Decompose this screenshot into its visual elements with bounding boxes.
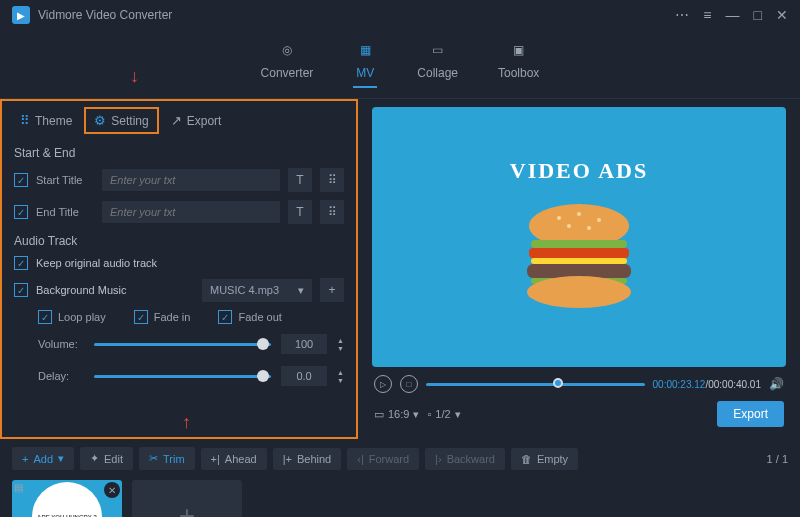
fade-in-checkbox[interactable]: ✓ (134, 310, 148, 324)
export-button[interactable]: Export (717, 401, 784, 427)
edit-button[interactable]: ✦Edit (80, 447, 133, 470)
nav-toolbox[interactable]: ▣ Toolbox (498, 38, 539, 88)
svg-point-2 (577, 212, 581, 216)
tab-setting[interactable]: ⚙ Setting (84, 107, 158, 134)
fade-out-label: Fade out (238, 311, 281, 323)
app-logo: ▶ (12, 6, 30, 24)
start-title-label: Start Title (36, 174, 94, 186)
trim-button[interactable]: ✂Trim (139, 447, 195, 470)
highlight-arrow-up: ↑ (182, 412, 191, 433)
behind-button[interactable]: |+Behind (273, 448, 342, 470)
svg-rect-6 (531, 240, 627, 248)
forward-button[interactable]: ‹|Forward (347, 448, 419, 470)
converter-icon: ◎ (275, 38, 299, 62)
scale-dropdown[interactable]: ▫ 1/2 ▾ (427, 408, 460, 421)
text-options-button-2[interactable]: ⠿ (320, 200, 344, 224)
text-options-button[interactable]: ⠿ (320, 168, 344, 192)
svg-rect-9 (527, 264, 631, 278)
close-icon[interactable]: ✕ (776, 7, 788, 23)
volume-label: Volume: (38, 338, 84, 350)
bg-music-checkbox[interactable]: ✓ (14, 283, 28, 297)
app-title: Vidmore Video Converter (38, 8, 675, 22)
tab-export[interactable]: ↗ Export (163, 107, 230, 134)
tab-theme[interactable]: ⠿ Theme (12, 107, 80, 134)
ahead-icon: +| (211, 453, 220, 465)
volume-slider[interactable] (94, 343, 271, 346)
nav-mv-label: MV (356, 66, 374, 80)
volume-down[interactable]: ▼ (337, 345, 344, 352)
keep-original-checkbox[interactable]: ✓ (14, 256, 28, 270)
nav-toolbox-label: Toolbox (498, 66, 539, 80)
page-count: 1 / 1 (767, 453, 788, 465)
export-icon: ↗ (171, 113, 182, 128)
volume-up[interactable]: ▲ (337, 337, 344, 344)
aspect-dropdown[interactable]: ▭ 16:9 ▾ (374, 408, 419, 421)
gear-icon: ⚙ (94, 113, 106, 128)
scissors-icon: ✂ (149, 452, 158, 465)
stop-button[interactable]: □ (400, 375, 418, 393)
time-display: 00:00:23.12/00:00:40.01 (653, 379, 761, 390)
delay-down[interactable]: ▼ (337, 377, 344, 384)
feedback-icon[interactable]: ⋯ (675, 7, 689, 23)
delay-label: Delay: (38, 370, 84, 382)
nav-converter-label: Converter (261, 66, 314, 80)
menu-icon[interactable]: ≡ (703, 7, 711, 23)
tab-export-label: Export (187, 114, 222, 128)
add-button[interactable]: +Add ▾ (12, 447, 74, 470)
highlight-arrow-down: ↓ (130, 66, 139, 87)
text-style-button[interactable]: T (288, 168, 312, 192)
svg-point-11 (527, 276, 631, 308)
delay-up[interactable]: ▲ (337, 369, 344, 376)
svg-point-1 (557, 216, 561, 220)
behind-icon: |+ (283, 453, 292, 465)
keep-original-label: Keep original audio track (36, 257, 157, 269)
section-start-end: Start & End (2, 140, 356, 164)
play-button[interactable]: ▷ (374, 375, 392, 393)
maximize-icon[interactable]: □ (754, 7, 762, 23)
chevron-down-icon: ▾ (298, 284, 304, 297)
settings-panel: ⠿ Theme ⚙ Setting ↗ Export Start & End ✓… (0, 99, 358, 439)
clip-thumbnail[interactable]: ▤ ARE YOU HUNGRY ? ✕ ▷ 🔇 ✦ ✂ (12, 480, 122, 517)
start-title-input[interactable] (102, 169, 280, 191)
remove-clip-button[interactable]: ✕ (104, 482, 120, 498)
start-title-checkbox[interactable]: ✓ (14, 173, 28, 187)
end-title-input[interactable] (102, 201, 280, 223)
bg-music-dropdown[interactable]: MUSIC 4.mp3 ▾ (202, 279, 312, 302)
mv-icon: ▦ (353, 38, 377, 62)
add-clip-button[interactable]: + (132, 480, 242, 517)
forward-icon: ‹| (357, 453, 364, 465)
svg-point-3 (597, 218, 601, 222)
volume-icon[interactable]: 🔊 (769, 377, 784, 391)
backward-icon: |› (435, 453, 442, 465)
video-preview: VIDEO ADS (372, 107, 786, 367)
nav-collage[interactable]: ▭ Collage (417, 38, 458, 88)
tab-theme-label: Theme (35, 114, 72, 128)
empty-button[interactable]: 🗑Empty (511, 448, 578, 470)
minimize-icon[interactable]: — (726, 7, 740, 23)
theme-icon: ⠿ (20, 113, 30, 128)
backward-button[interactable]: |›Backward (425, 448, 505, 470)
svg-rect-8 (531, 258, 627, 264)
fade-in-label: Fade in (154, 311, 191, 323)
tab-setting-label: Setting (111, 114, 148, 128)
bg-music-value: MUSIC 4.mp3 (210, 284, 279, 296)
text-style-button-2[interactable]: T (288, 200, 312, 224)
delay-value[interactable]: 0.0 (281, 366, 327, 386)
nav-mv[interactable]: ▦ MV (353, 38, 377, 88)
collage-icon: ▭ (426, 38, 450, 62)
progress-bar[interactable] (426, 383, 645, 386)
toolbox-icon: ▣ (507, 38, 531, 62)
nav-collage-label: Collage (417, 66, 458, 80)
add-music-button[interactable]: + (320, 278, 344, 302)
ahead-button[interactable]: +|Ahead (201, 448, 267, 470)
volume-value[interactable]: 100 (281, 334, 327, 354)
delay-slider[interactable] (94, 375, 271, 378)
nav-converter[interactable]: ◎ Converter (261, 38, 314, 88)
fade-out-checkbox[interactable]: ✓ (218, 310, 232, 324)
end-title-checkbox[interactable]: ✓ (14, 205, 28, 219)
svg-point-5 (587, 226, 591, 230)
loop-play-checkbox[interactable]: ✓ (38, 310, 52, 324)
end-title-label: End Title (36, 206, 94, 218)
wand-icon: ✦ (90, 452, 99, 465)
svg-point-4 (567, 224, 571, 228)
